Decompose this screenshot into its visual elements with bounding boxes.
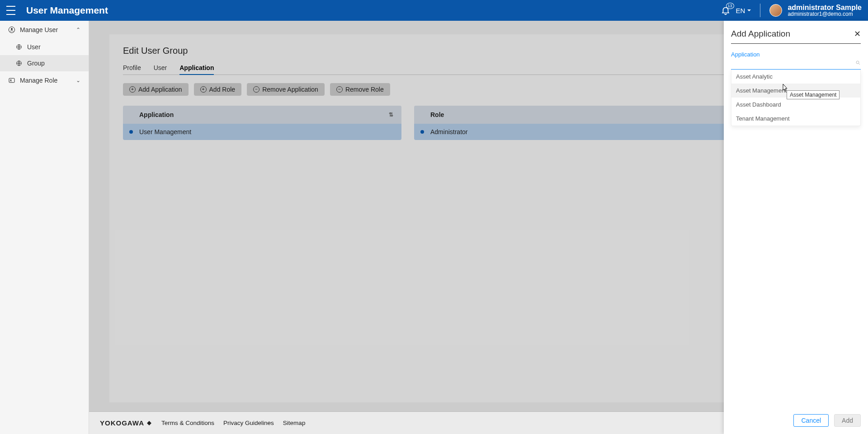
notification-count: 13 [726,3,734,9]
chevron-down-icon: ⌄ [76,77,80,84]
search-icon [855,60,861,67]
globe-icon [15,60,23,67]
app-title: User Management [26,5,108,16]
sidebar-item-group-label: Group [27,60,45,67]
add-button[interactable]: Add [834,414,861,427]
sidebar-item-user-label: User [27,43,41,51]
hover-tooltip: Asset Management [787,90,840,99]
svg-point-5 [10,79,12,81]
chevron-up-icon: ⌃ [76,27,80,33]
divider [760,4,760,17]
add-application-panel: Add Application ✕ Application Asset Anal… [724,21,868,434]
app-header: User Management 13 EN administrator Samp… [0,0,868,21]
option-asset-dashboard[interactable]: Asset Dashboard [731,98,860,112]
svg-point-1 [11,28,13,30]
svg-rect-4 [9,78,14,82]
language-switcher[interactable]: EN [736,7,751,14]
sidebar-group-manage-role[interactable]: Manage Role ⌄ [0,71,89,89]
globe-icon [15,43,23,51]
language-label: EN [736,7,745,14]
sidebar-item-group[interactable]: Group [0,55,89,71]
sidebar-item-user[interactable]: User [0,39,89,55]
close-icon[interactable]: ✕ [854,29,861,39]
user-display-name: administrator Sample [788,4,862,12]
user-info[interactable]: administrator Sample administrator1@demo… [788,4,862,18]
id-card-icon [8,77,15,84]
cursor-icon [781,84,788,94]
panel-title: Add Application [731,29,790,39]
account-circle-icon [8,26,15,33]
application-field-label: Application [731,51,861,58]
notifications-button[interactable]: 13 [721,5,731,15]
sidebar-group-manage-role-label: Manage Role [20,77,57,84]
option-asset-analytic[interactable]: Asset Analytic [731,70,860,84]
sidebar-group-manage-user[interactable]: Manage User ⌃ [0,21,89,39]
hamburger-menu-icon[interactable] [6,6,15,15]
sidebar: Manage User ⌃ User Group Manage Role ⌄ [0,21,89,434]
application-dropdown: Asset Analytic Asset Management Asset Da… [731,70,861,126]
divider [731,43,861,44]
cancel-button[interactable]: Cancel [793,414,829,427]
svg-point-7 [856,61,859,64]
application-search-input[interactable] [731,60,855,67]
user-avatar[interactable] [769,4,782,17]
sidebar-group-manage-user-label: Manage User [20,26,58,33]
user-email: administrator1@demo.com [788,11,862,17]
application-search-input-wrap[interactable] [731,58,861,70]
option-tenant-management[interactable]: Tenant Management [731,112,860,126]
